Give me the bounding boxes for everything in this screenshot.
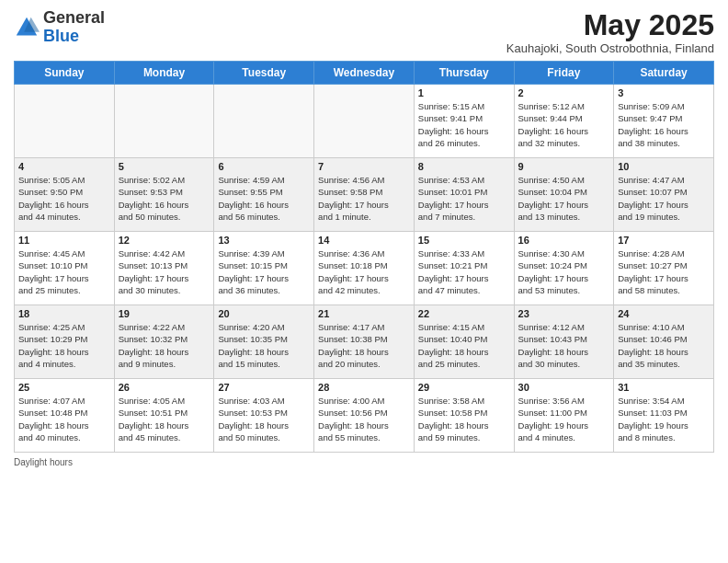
logo-text: General Blue [43,9,105,46]
logo-icon [14,15,40,40]
day-cell: 16Sunrise: 4:30 AM Sunset: 10:24 PM Dayl… [514,232,614,305]
day-info: Sunrise: 4:33 AM Sunset: 10:21 PM Daylig… [418,247,510,296]
day-info: Sunrise: 4:03 AM Sunset: 10:53 PM Daylig… [218,395,310,443]
column-header-saturday: Saturday [614,62,714,85]
day-number: 22 [418,308,510,319]
day-number: 10 [618,161,710,172]
day-number: 16 [518,235,610,246]
day-cell [15,85,115,158]
day-number: 3 [618,87,710,98]
day-cell: 7Sunrise: 4:56 AM Sunset: 9:58 PM Daylig… [314,158,415,232]
day-cell: 23Sunrise: 4:12 AM Sunset: 10:43 PM Dayl… [514,305,614,379]
footer-text: Daylight hours [14,457,73,467]
day-cell: 22Sunrise: 4:15 AM Sunset: 10:40 PM Dayl… [414,305,514,379]
subtitle: Kauhajoki, South Ostrobothnia, Finland [506,41,714,55]
day-info: Sunrise: 3:56 AM Sunset: 11:00 PM Daylig… [518,395,610,443]
day-cell: 17Sunrise: 4:28 AM Sunset: 10:27 PM Dayl… [614,232,714,305]
day-number: 23 [518,308,610,319]
day-info: Sunrise: 4:36 AM Sunset: 10:18 PM Daylig… [318,247,410,296]
day-info: Sunrise: 4:00 AM Sunset: 10:56 PM Daylig… [318,395,410,443]
day-cell: 9Sunrise: 4:50 AM Sunset: 10:04 PM Dayli… [514,158,614,232]
title-block: May 2025 Kauhajoki, South Ostrobothnia, … [506,9,714,55]
day-info: Sunrise: 4:39 AM Sunset: 10:15 PM Daylig… [218,247,310,296]
logo-blue: Blue [43,27,79,45]
day-cell: 29Sunrise: 3:58 AM Sunset: 10:58 PM Dayl… [414,379,514,453]
column-header-sunday: Sunday [15,62,115,85]
day-info: Sunrise: 4:59 AM Sunset: 9:55 PM Dayligh… [218,174,310,223]
day-cell: 13Sunrise: 4:39 AM Sunset: 10:15 PM Dayl… [214,232,314,305]
logo-general: General [43,8,105,27]
day-info: Sunrise: 4:25 AM Sunset: 10:29 PM Daylig… [18,321,110,370]
day-info: Sunrise: 4:20 AM Sunset: 10:35 PM Daylig… [218,321,310,370]
day-info: Sunrise: 4:22 AM Sunset: 10:32 PM Daylig… [119,321,210,370]
day-number: 7 [318,161,410,172]
day-number: 20 [218,308,310,319]
day-cell: 4Sunrise: 5:05 AM Sunset: 9:50 PM Daylig… [15,158,115,232]
day-number: 27 [218,382,310,393]
day-cell: 6Sunrise: 4:59 AM Sunset: 9:55 PM Daylig… [214,158,314,232]
day-number: 9 [518,161,610,172]
day-cell: 5Sunrise: 5:02 AM Sunset: 9:53 PM Daylig… [114,158,214,232]
day-info: Sunrise: 5:05 AM Sunset: 9:50 PM Dayligh… [18,174,110,223]
column-header-wednesday: Wednesday [314,62,415,85]
day-number: 24 [618,308,710,319]
day-number: 30 [518,382,610,393]
day-number: 5 [119,161,210,172]
day-number: 12 [119,235,210,246]
day-number: 2 [518,87,610,98]
footer: Daylight hours [14,457,714,467]
day-number: 1 [418,87,510,98]
calendar-table: SundayMondayTuesdayWednesdayThursdayFrid… [14,61,714,453]
day-info: Sunrise: 3:54 AM Sunset: 11:03 PM Daylig… [618,395,710,443]
day-number: 15 [418,235,510,246]
week-row-2: 4Sunrise: 5:05 AM Sunset: 9:50 PM Daylig… [15,158,714,232]
day-info: Sunrise: 4:17 AM Sunset: 10:38 PM Daylig… [318,321,410,370]
day-info: Sunrise: 4:15 AM Sunset: 10:40 PM Daylig… [418,321,510,370]
day-info: Sunrise: 4:47 AM Sunset: 10:07 PM Daylig… [618,174,710,223]
day-cell [214,85,314,158]
day-cell: 19Sunrise: 4:22 AM Sunset: 10:32 PM Dayl… [114,305,214,379]
day-info: Sunrise: 4:30 AM Sunset: 10:24 PM Daylig… [518,247,610,296]
day-cell: 31Sunrise: 3:54 AM Sunset: 11:03 PM Dayl… [614,379,714,453]
header-row: SundayMondayTuesdayWednesdayThursdayFrid… [15,62,714,85]
day-number: 31 [618,382,710,393]
week-row-4: 18Sunrise: 4:25 AM Sunset: 10:29 PM Dayl… [15,305,714,379]
day-cell: 8Sunrise: 4:53 AM Sunset: 10:01 PM Dayli… [414,158,514,232]
day-info: Sunrise: 4:50 AM Sunset: 10:04 PM Daylig… [518,174,610,223]
day-number: 19 [119,308,210,319]
day-number: 29 [418,382,510,393]
logo: General Blue [14,9,105,46]
month-title: May 2025 [506,9,714,41]
day-cell: 1Sunrise: 5:15 AM Sunset: 9:41 PM Daylig… [414,85,514,158]
day-number: 18 [18,308,110,319]
day-cell [314,85,415,158]
day-cell: 20Sunrise: 4:20 AM Sunset: 10:35 PM Dayl… [214,305,314,379]
day-number: 6 [218,161,310,172]
day-number: 14 [318,235,410,246]
day-cell: 12Sunrise: 4:42 AM Sunset: 10:13 PM Dayl… [114,232,214,305]
day-cell: 15Sunrise: 4:33 AM Sunset: 10:21 PM Dayl… [414,232,514,305]
day-number: 11 [18,235,110,246]
day-number: 26 [119,382,210,393]
day-info: Sunrise: 4:07 AM Sunset: 10:48 PM Daylig… [18,395,110,443]
day-number: 13 [218,235,310,246]
day-info: Sunrise: 3:58 AM Sunset: 10:58 PM Daylig… [418,395,510,443]
day-number: 8 [418,161,510,172]
day-number: 17 [618,235,710,246]
day-cell: 10Sunrise: 4:47 AM Sunset: 10:07 PM Dayl… [614,158,714,232]
page: General Blue May 2025 Kauhajoki, South O… [0,0,728,563]
column-header-thursday: Thursday [414,62,514,85]
day-cell [114,85,214,158]
column-header-friday: Friday [514,62,614,85]
day-number: 21 [318,308,410,319]
day-number: 28 [318,382,410,393]
day-info: Sunrise: 4:28 AM Sunset: 10:27 PM Daylig… [618,247,710,296]
day-number: 25 [18,382,110,393]
day-info: Sunrise: 5:09 AM Sunset: 9:47 PM Dayligh… [618,100,710,149]
day-info: Sunrise: 4:05 AM Sunset: 10:51 PM Daylig… [119,395,210,443]
day-info: Sunrise: 4:10 AM Sunset: 10:46 PM Daylig… [618,321,710,370]
week-row-5: 25Sunrise: 4:07 AM Sunset: 10:48 PM Dayl… [15,379,714,453]
day-info: Sunrise: 5:02 AM Sunset: 9:53 PM Dayligh… [119,174,210,223]
day-cell: 21Sunrise: 4:17 AM Sunset: 10:38 PM Dayl… [314,305,415,379]
day-cell: 24Sunrise: 4:10 AM Sunset: 10:46 PM Dayl… [614,305,714,379]
